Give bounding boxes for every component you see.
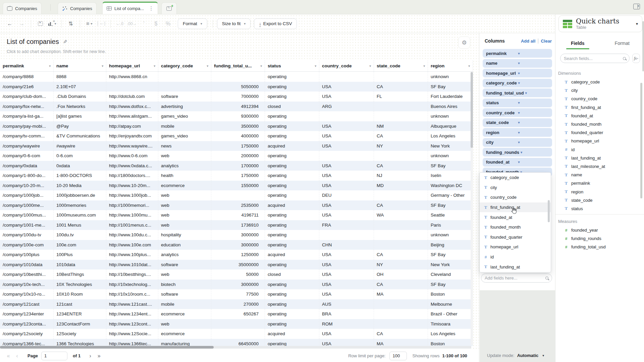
column-chip-funding_total_usd[interactable]: funding_total_usd▾: [483, 88, 552, 97]
add-formula-button[interactable]: fx+: [632, 54, 640, 63]
field-item-founded_month[interactable]: Tfounded_month: [558, 120, 640, 128]
field-item-state_code[interactable]: Tstate_code: [558, 196, 640, 204]
field-item-status[interactable]: Tstatus: [558, 204, 640, 213]
column-chip-permalink[interactable]: permalink▾: [483, 49, 552, 58]
field-item-funding_rounds[interactable]: #funding_rounds: [558, 234, 640, 243]
field-item-founded_quarter[interactable]: Tfounded_quarter: [558, 128, 640, 137]
tab-format[interactable]: Format: [600, 38, 644, 49]
undo-arrow-icon[interactable]: ←: [5, 19, 15, 29]
next-page-icon[interactable]: ›: [86, 353, 95, 359]
column-header-homepage_url[interactable]: homepage_url▾: [106, 60, 158, 71]
column-header-status[interactable]: status▾: [265, 60, 319, 71]
field-item-last_funding_at[interactable]: Tlast_funding_at: [558, 154, 640, 162]
field-item-permalink[interactable]: Tpermalink: [558, 179, 640, 187]
field-item-label: id: [571, 147, 575, 152]
prev-page-icon[interactable]: ‹: [13, 353, 21, 359]
align-icon[interactable]: ≡▾: [84, 19, 94, 29]
column-chip-homepage_url[interactable]: homepage_url▾: [483, 69, 552, 77]
column-chip-region[interactable]: region▾: [483, 128, 552, 137]
field-item-city[interactable]: Tcity: [558, 86, 640, 95]
table-cell: http://www.1234ent...: [106, 309, 158, 319]
column-header-region[interactable]: region▾: [428, 60, 473, 71]
column-chip-status[interactable]: status▾: [483, 99, 552, 107]
dropdown-item-country_code[interactable]: Tcountry_code: [480, 192, 551, 202]
dropdown-item-city[interactable]: Tcity: [480, 183, 551, 193]
table-cell: acquired: [265, 329, 319, 339]
field-item-funding_total_usd[interactable]: #funding_total_usd: [558, 243, 640, 251]
field-item-first_funding_at[interactable]: Tfirst_funding_at: [558, 103, 640, 112]
thousands-separator-icon[interactable]: ’: [139, 19, 149, 29]
dropdown-item-homepage_url[interactable]: Thomepage_url: [480, 242, 551, 252]
add-fields-input[interactable]: [485, 276, 545, 281]
collapse-panel-icon[interactable]: [633, 4, 640, 9]
table-horizontal-scrollbar-thumb[interactable]: [0, 346, 214, 349]
column-header-label: status: [268, 63, 281, 68]
chart-type-selector[interactable]: Quick charts Table ▾: [558, 15, 642, 32]
table-cell: http://www.100plus...: [106, 250, 158, 260]
first-page-icon[interactable]: «: [4, 353, 13, 359]
column-header-funding_total_u...[interactable]: funding_total_u...▾: [211, 60, 265, 71]
column-header-permalink[interactable]: permalink▾: [0, 60, 54, 71]
format-button[interactable]: Format▾: [178, 18, 207, 29]
update-mode-value[interactable]: Automatic: [517, 353, 539, 358]
dropdown-item-founded_quarter[interactable]: Tfounded_quarter: [480, 232, 551, 242]
tab-companies-scatter[interactable]: ✓ Companies: [58, 2, 97, 14]
last-page-icon[interactable]: »: [95, 353, 103, 359]
field-item-founded_at[interactable]: Tfounded_at: [558, 112, 640, 120]
percent-icon[interactable]: %: [163, 19, 173, 29]
field-item-founded_year[interactable]: #founded_year: [558, 226, 640, 234]
clear-link[interactable]: Clear: [541, 39, 552, 44]
new-chart-tab-button[interactable]: [161, 2, 177, 14]
panel-scrollbar-thumb[interactable]: [642, 21, 644, 71]
dropdown-item-category_code[interactable]: Tcategory_code: [480, 173, 551, 183]
dimensions-scrollbar-thumb[interactable]: [640, 83, 642, 198]
column-header-state_code[interactable]: state_code▾: [374, 60, 428, 71]
search-fields-input[interactable]: [564, 56, 623, 61]
row-limit-input[interactable]: [389, 352, 407, 360]
field-item-homepage_url[interactable]: Thomepage_url: [558, 137, 640, 145]
field-item-country_code[interactable]: Tcountry_code: [558, 95, 640, 103]
decimal-decrease-icon[interactable]: ←.0: [115, 19, 125, 29]
dropdown-item-last_funding_at[interactable]: Tlast_funding_at: [480, 262, 551, 272]
table-cell: USA: [319, 329, 374, 339]
column-chip-country_code[interactable]: country_code▾: [483, 108, 552, 117]
field-item-region[interactable]: Tregion: [558, 187, 640, 196]
table-vertical-scrollbar-thumb[interactable]: [471, 72, 473, 148]
dropdown-item-founded_month[interactable]: Tfounded_month: [480, 222, 551, 232]
add-all-link[interactable]: Add all: [521, 39, 535, 44]
wrap-text-icon[interactable]: ↔: [96, 19, 106, 29]
currency-icon[interactable]: $: [151, 19, 161, 29]
table-cell: 2535000: [211, 200, 265, 210]
dropdown-scrollbar-thumb[interactable]: [548, 200, 550, 222]
decimal-increase-icon[interactable]: .00→: [127, 19, 137, 29]
tab-fields[interactable]: Fields: [555, 38, 600, 49]
page-input[interactable]: [41, 352, 67, 360]
column-header-name[interactable]: name▾: [54, 60, 106, 71]
redo-arrow-icon[interactable]: →: [17, 19, 27, 29]
quick-charts-panel: Quick charts Table ▾ Fields Format fx+ D…: [555, 14, 644, 362]
tab-companies-dashboard[interactable]: Companies: [3, 2, 42, 14]
gear-icon[interactable]: ⚙: [458, 37, 470, 49]
size-to-fit-button[interactable]: Size to fit▾: [217, 18, 251, 29]
column-header-category_code[interactable]: category_code▾: [158, 60, 211, 71]
column-chip-city[interactable]: city▾: [483, 138, 552, 147]
column-chip-founded_at[interactable]: founded_at▾: [483, 158, 552, 167]
tab-list-of-companies[interactable]: List of compa... ⋮: [102, 2, 158, 14]
sort-icon[interactable]: ⇅: [66, 19, 76, 29]
field-item-category_code[interactable]: Tcategory_code: [558, 78, 640, 86]
column-header-country_code[interactable]: country_code▾: [319, 60, 374, 71]
field-item-name[interactable]: Tname: [558, 171, 640, 179]
column-chip-funding_rounds[interactable]: funding_rounds▾: [483, 148, 552, 157]
field-item-id[interactable]: #id: [558, 145, 640, 154]
export-csv-button[interactable]: ↓ Export to CSV: [254, 18, 297, 29]
column-chip-name[interactable]: name▾: [483, 59, 552, 68]
edit-pencil-icon[interactable]: ✎: [63, 39, 67, 45]
field-item-last_milestone_at[interactable]: Tlast_milestone_at: [558, 162, 640, 171]
chart-description-placeholder[interactable]: Click to add chart description. Shift-en…: [7, 49, 106, 54]
tab-menu-icon[interactable]: ⋮: [149, 5, 154, 11]
column-chip-category_code[interactable]: category_code▾: [483, 79, 552, 87]
dropdown-item-id[interactable]: #id: [480, 252, 551, 262]
column-chip-state_code[interactable]: state_code▾: [483, 118, 552, 127]
duplicate-icon[interactable]: [35, 19, 45, 29]
remove-chart-icon[interactable]: ▾: [47, 19, 57, 29]
